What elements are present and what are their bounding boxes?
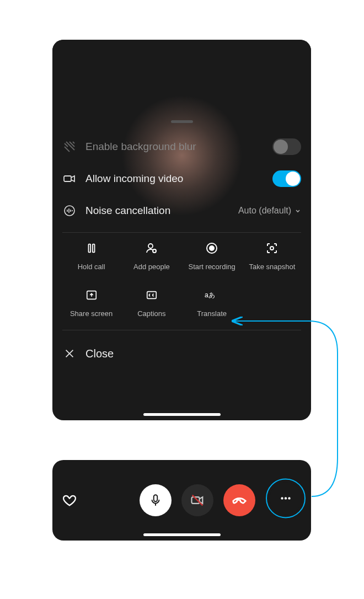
blur-label: Enable background blur bbox=[85, 141, 264, 153]
camera-off-button[interactable] bbox=[181, 484, 213, 516]
captions-icon bbox=[144, 287, 159, 303]
noise-label: Noise cancellation bbox=[85, 205, 229, 217]
svg-point-30 bbox=[288, 497, 290, 499]
more-options-button[interactable] bbox=[270, 482, 302, 514]
hold-call-button[interactable]: Hold call bbox=[62, 240, 120, 271]
hangup-icon bbox=[231, 492, 248, 509]
snapshot-label: Take snapshot bbox=[249, 263, 295, 271]
svg-point-18 bbox=[210, 246, 214, 250]
microphone-button[interactable] bbox=[140, 484, 172, 516]
svg-rect-11 bbox=[88, 244, 90, 253]
svg-line-4 bbox=[73, 142, 74, 143]
row-background-blur: Enable background blur bbox=[62, 131, 301, 163]
add-people-button[interactable]: Add people bbox=[122, 240, 180, 271]
close-icon bbox=[62, 346, 77, 361]
svg-rect-25 bbox=[153, 495, 157, 501]
close-label: Close bbox=[85, 347, 114, 360]
svg-rect-5 bbox=[64, 176, 71, 181]
divider bbox=[62, 232, 301, 233]
noise-dropdown[interactable]: Auto (default) bbox=[238, 206, 301, 216]
camera-off-icon bbox=[190, 493, 205, 508]
hold-label: Hold call bbox=[78, 263, 105, 271]
end-call-button[interactable] bbox=[223, 484, 255, 516]
share-icon bbox=[84, 287, 99, 303]
svg-point-6 bbox=[65, 206, 74, 216]
close-button[interactable]: Close bbox=[62, 338, 301, 369]
record-label: Start recording bbox=[188, 263, 235, 271]
action-grid: Hold call Add people Start recordin bbox=[62, 240, 301, 318]
translate-label: Translate bbox=[197, 309, 227, 318]
noise-icon bbox=[62, 204, 77, 218]
svg-rect-21 bbox=[147, 292, 157, 299]
row-incoming-video: Allow incoming video bbox=[62, 163, 301, 195]
pause-icon bbox=[84, 240, 99, 256]
snapshot-icon bbox=[264, 240, 280, 256]
svg-point-28 bbox=[281, 497, 283, 499]
chevron-down-icon bbox=[295, 207, 301, 214]
record-icon bbox=[204, 240, 220, 256]
share-label: Share screen bbox=[70, 309, 113, 318]
svg-point-13 bbox=[148, 244, 153, 248]
start-recording-button[interactable]: Start recording bbox=[183, 240, 241, 271]
incoming-toggle[interactable] bbox=[272, 170, 301, 187]
home-indicator-2[interactable] bbox=[143, 533, 221, 536]
svg-rect-12 bbox=[92, 244, 94, 253]
react-heart-button[interactable] bbox=[60, 491, 79, 510]
call-options-sheet: Enable background blur Allow incoming vi… bbox=[52, 40, 311, 420]
divider-2 bbox=[62, 330, 301, 330]
incoming-label: Allow incoming video bbox=[85, 173, 264, 185]
captions-button[interactable]: Captions bbox=[122, 287, 180, 318]
blur-icon bbox=[62, 140, 77, 154]
noise-value: Auto (default) bbox=[238, 206, 291, 216]
svg-line-0 bbox=[65, 143, 68, 147]
video-preview-area bbox=[52, 40, 311, 106]
take-snapshot-button[interactable]: Take snapshot bbox=[243, 240, 301, 271]
share-screen-button[interactable]: Share screen bbox=[62, 287, 120, 318]
add-label: Add people bbox=[133, 263, 170, 271]
translate-icon: aあ bbox=[204, 287, 220, 303]
microphone-icon bbox=[148, 493, 163, 507]
home-indicator[interactable] bbox=[143, 413, 221, 416]
svg-text:aあ: aあ bbox=[205, 291, 215, 299]
svg-point-19 bbox=[270, 247, 274, 250]
call-control-bar bbox=[52, 460, 311, 541]
more-icon bbox=[279, 491, 293, 505]
captions-label: Captions bbox=[137, 309, 165, 318]
blur-toggle[interactable] bbox=[272, 138, 301, 155]
translate-button[interactable]: aあ Translate bbox=[183, 287, 241, 318]
annotation-highlight bbox=[266, 478, 306, 518]
video-icon bbox=[62, 172, 77, 186]
svg-point-29 bbox=[285, 497, 287, 499]
sheet-drag-handle[interactable] bbox=[171, 120, 193, 123]
svg-line-1 bbox=[65, 147, 69, 152]
row-noise-cancellation: Noise cancellation Auto (default) bbox=[62, 195, 301, 227]
add-person-icon bbox=[144, 240, 159, 256]
